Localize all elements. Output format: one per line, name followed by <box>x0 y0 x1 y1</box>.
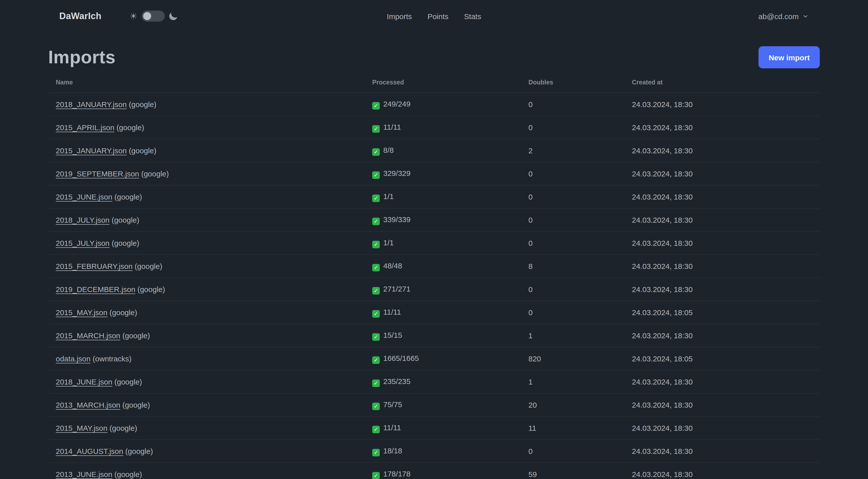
nav-link-stats[interactable]: Stats <box>464 12 481 20</box>
processed-count: 178/178 <box>383 469 410 478</box>
brand-logo[interactable]: DaWarIch <box>59 11 101 21</box>
processed-count: 75/75 <box>383 400 402 409</box>
sun-icon: ☀ <box>130 12 137 20</box>
table-row: odata.json (owntracks) ✓1665/1665 820 24… <box>48 347 820 370</box>
import-file-link[interactable]: 2018_JULY.json <box>56 216 110 224</box>
processed-cell: ✓75/75 <box>365 393 521 416</box>
import-file-link[interactable]: 2019_SEPTEMBER.json <box>56 169 139 178</box>
doubles-cell: 11 <box>521 416 624 440</box>
imports-table-body: 2018_JANUARY.json (google) ✓249/249 0 24… <box>48 93 820 479</box>
nav-link-points[interactable]: Points <box>428 12 448 20</box>
doubles-cell: 0 <box>521 208 624 232</box>
processed-count: 235/235 <box>383 377 410 385</box>
name-cell: 2013_JUNE.json (google) <box>48 463 365 479</box>
check-icon: ✓ <box>372 287 380 294</box>
processed-count: 48/48 <box>383 261 402 270</box>
check-icon: ✓ <box>372 194 380 202</box>
check-icon: ✓ <box>372 402 380 410</box>
processed-cell: ✓271/271 <box>365 278 521 301</box>
import-file-link[interactable]: 2014_AUGUST.json <box>56 447 123 455</box>
import-file-link[interactable]: 2015_MAY.json <box>56 424 107 432</box>
nav-link-imports[interactable]: Imports <box>387 12 412 20</box>
processed-count: 11/11 <box>383 423 401 431</box>
doubles-cell: 0 <box>521 440 624 463</box>
table-row: 2019_DECEMBER.json (google) ✓271/271 0 2… <box>48 278 820 301</box>
import-file-link[interactable]: 2015_JULY.json <box>56 239 110 247</box>
processed-count: 18/18 <box>383 446 402 455</box>
new-import-button[interactable]: New import <box>759 46 820 68</box>
name-cell: 2018_JUNE.json (google) <box>48 370 365 393</box>
import-source: (google) <box>122 331 150 340</box>
import-source: (google) <box>115 470 142 479</box>
created-at-cell: 24.03.2024, 18:05 <box>624 347 820 370</box>
check-icon: ✓ <box>372 356 380 364</box>
import-file-link[interactable]: 2015_FEBRUARY.json <box>56 262 133 270</box>
name-cell: 2015_MARCH.json (google) <box>48 324 365 347</box>
processed-cell: ✓8/8 <box>365 139 521 162</box>
processed-count: 329/329 <box>383 169 410 177</box>
import-source: (owntracks) <box>93 354 132 363</box>
table-row: 2013_JUNE.json (google) ✓178/178 59 24.0… <box>48 463 820 479</box>
page-title: Imports <box>48 47 116 68</box>
name-cell: 2015_APRIL.json (google) <box>48 116 365 139</box>
navbar-right: ab@cd.com <box>758 12 809 20</box>
processed-cell: ✓48/48 <box>365 255 521 278</box>
table-row: 2015_APRIL.json (google) ✓11/11 0 24.03.… <box>48 116 820 139</box>
name-cell: 2015_JULY.json (google) <box>48 232 365 255</box>
table-row: 2018_JUNE.json (google) ✓235/235 1 24.03… <box>48 370 820 393</box>
import-file-link[interactable]: 2015_APRIL.json <box>56 123 115 132</box>
doubles-cell: 820 <box>521 347 624 370</box>
import-file-link[interactable]: odata.json <box>56 354 90 363</box>
created-at-cell: 24.03.2024, 18:30 <box>624 185 820 208</box>
check-icon: ✓ <box>372 379 380 387</box>
main-nav: Imports Points Stats <box>387 12 481 20</box>
name-cell: 2015_FEBRUARY.json (google) <box>48 255 365 278</box>
import-file-link[interactable]: 2015_JANUARY.json <box>56 146 127 155</box>
import-file-link[interactable]: 2018_JUNE.json <box>56 378 112 386</box>
account-menu[interactable]: ab@cd.com <box>758 12 809 20</box>
table-row: 2015_JANUARY.json (google) ✓8/8 2 24.03.… <box>48 139 820 162</box>
created-at-cell: 24.03.2024, 18:30 <box>624 440 820 463</box>
import-source: (google) <box>137 285 165 294</box>
column-header-doubles: Doubles <box>521 72 624 93</box>
created-at-cell: 24.03.2024, 18:30 <box>624 116 820 139</box>
doubles-cell: 0 <box>521 116 624 139</box>
processed-cell: ✓1/1 <box>365 185 521 208</box>
check-icon: ✓ <box>372 240 380 248</box>
import-source: (google) <box>115 378 142 386</box>
doubles-cell: 0 <box>521 93 624 116</box>
import-file-link[interactable]: 2013_MARCH.json <box>56 400 120 409</box>
import-file-link[interactable]: 2015_JUNE.json <box>56 192 112 201</box>
doubles-cell: 0 <box>521 232 624 255</box>
import-file-link[interactable]: 2015_MAY.json <box>56 308 107 317</box>
theme-switch[interactable] <box>142 10 165 22</box>
imports-table-head: Name Processed Doubles Created at <box>48 72 820 93</box>
column-header-created-at: Created at <box>624 72 820 93</box>
processed-cell: ✓18/18 <box>365 440 521 463</box>
processed-cell: ✓339/339 <box>365 208 521 232</box>
name-cell: 2015_MAY.json (google) <box>48 416 365 440</box>
name-cell: 2015_JUNE.json (google) <box>48 185 365 208</box>
processed-cell: ✓15/15 <box>365 324 521 347</box>
import-file-link[interactable]: 2015_MARCH.json <box>56 331 120 340</box>
check-icon: ✓ <box>372 217 380 225</box>
imports-table: Name Processed Doubles Created at 2018_J… <box>48 72 820 479</box>
table-row: 2019_SEPTEMBER.json (google) ✓329/329 0 … <box>48 162 820 185</box>
doubles-cell: 59 <box>521 463 624 479</box>
import-source: (google) <box>110 308 137 317</box>
import-file-link[interactable]: 2013_JUNE.json <box>56 470 112 479</box>
theme-toggle: ☀ <box>130 10 178 22</box>
processed-cell: ✓11/11 <box>365 301 521 324</box>
moon-icon <box>168 11 178 21</box>
created-at-cell: 24.03.2024, 18:30 <box>624 93 820 116</box>
check-icon: ✓ <box>372 102 380 109</box>
import-source: (google) <box>122 400 150 409</box>
processed-count: 339/339 <box>383 215 410 223</box>
check-icon: ✓ <box>372 310 380 318</box>
import-source: (google) <box>141 169 169 178</box>
name-cell: 2019_SEPTEMBER.json (google) <box>48 162 365 185</box>
processed-cell: ✓1665/1665 <box>365 347 521 370</box>
import-file-link[interactable]: 2019_DECEMBER.json <box>56 285 135 294</box>
doubles-cell: 20 <box>521 393 624 416</box>
import-file-link[interactable]: 2018_JANUARY.json <box>56 100 127 109</box>
